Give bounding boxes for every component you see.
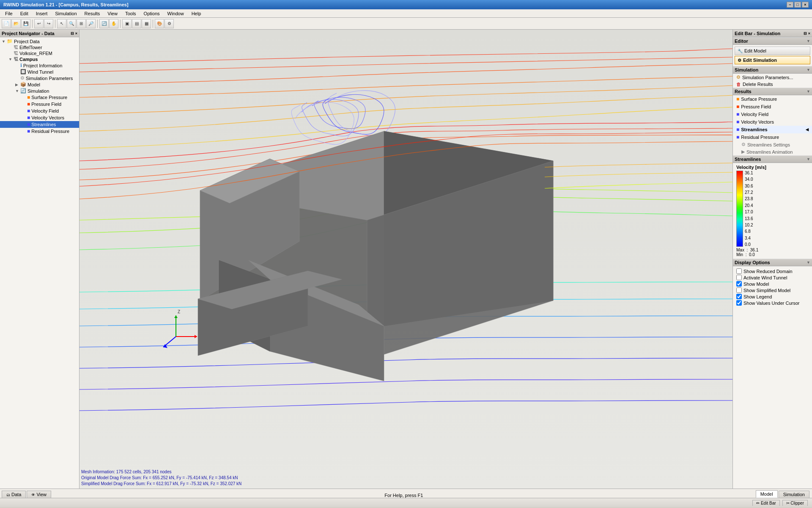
toolbar-open[interactable]: 📂: [11, 19, 21, 28]
expand-icon: [22, 95, 27, 99]
minimize-button[interactable]: −: [787, 2, 793, 8]
toolbar-select[interactable]: ↖: [57, 19, 66, 28]
toolbar-rotate[interactable]: 🔄: [99, 19, 109, 28]
left-panel-controls[interactable]: ⊟ ×: [71, 31, 77, 36]
result-velocity-field[interactable]: ■ Velocity Field: [733, 110, 812, 118]
delete-results-button[interactable]: 🗑 Delete Results: [733, 81, 812, 88]
show-reduced-domain-opt[interactable]: Show Reduced Domain: [736, 268, 809, 274]
tree-sim-params[interactable]: ⚙ Simulation Parameters: [0, 75, 79, 81]
toolbar-zoom-out[interactable]: 🔎: [86, 19, 96, 28]
viewport[interactable]: Wind Tunnel Dimensions: Dx = 599.915 m, …: [80, 30, 732, 489]
streamlines-settings-button[interactable]: ⚙ Streamlines Settings: [733, 141, 812, 148]
model3d-icon: 📦: [20, 82, 26, 87]
tree-label: Wind Tunnel: [27, 69, 53, 75]
edit-bar-label: Edit Bar: [761, 501, 776, 505]
info-icon: ℹ: [20, 63, 22, 68]
delete-icon: 🗑: [736, 82, 741, 87]
title-bar-controls[interactable]: − □ ×: [787, 2, 809, 8]
toolbar-pan[interactable]: ✋: [109, 19, 118, 28]
show-legend-label: Show Legend: [743, 294, 772, 299]
toolbar-view-3d[interactable]: ▦: [142, 19, 151, 28]
result-pressure-field[interactable]: ■ Pressure Field: [733, 103, 812, 110]
show-values-cb[interactable]: [736, 300, 742, 306]
tree-residual-pressure[interactable]: ■ Residual Pressure: [0, 128, 79, 135]
title-bar: RWIND Simulation 1.21 - [Campus, Results…: [0, 0, 812, 9]
edit-model-button[interactable]: 🔧 Edit Model: [735, 47, 810, 55]
activate-wind-tunnel-cb[interactable]: [736, 275, 742, 280]
tab-data[interactable]: 🗂 Data: [2, 491, 26, 498]
toolbar-view-top[interactable]: ▤: [132, 19, 141, 28]
sim-params-button[interactable]: ⚙ Simulation Parameters...: [733, 74, 812, 81]
tree-simulation[interactable]: ▼ 🔄 Simulation: [0, 88, 79, 94]
edit-bar-tab[interactable]: ✏ Edit Bar: [752, 500, 779, 506]
menu-results[interactable]: Results: [81, 10, 104, 17]
restore-button[interactable]: □: [794, 2, 801, 8]
tab-model[interactable]: Model: [756, 490, 778, 498]
show-model-label: Show Model: [743, 282, 769, 287]
show-model-opt[interactable]: Show Model: [736, 281, 809, 287]
tree-campus[interactable]: ▼ 🏗 Campus: [0, 56, 79, 62]
editor-section-header[interactable]: Editor ▼: [733, 37, 812, 45]
result-residual-pressure[interactable]: ■ Residual Pressure: [733, 133, 812, 141]
tree-velocity-vectors[interactable]: ■ Velocity Vectors: [0, 114, 79, 121]
toolbar-new[interactable]: 📄: [2, 19, 11, 28]
toolbar-undo[interactable]: ↩: [34, 19, 44, 28]
tree-project-info[interactable]: ℹ Project Information: [0, 62, 79, 69]
toolbar-zoom-in[interactable]: 🔍: [67, 19, 76, 28]
tree-project-data[interactable]: ▼ 📁 Project Data: [0, 38, 79, 44]
tree-eiffeltower[interactable]: 🏗 EiffelTower: [0, 44, 79, 50]
tree-wind-tunnel[interactable]: 🔲 Wind Tunnel: [0, 69, 79, 75]
toolbar-settings[interactable]: ⚙: [165, 19, 174, 28]
menu-edit[interactable]: Edit: [17, 10, 32, 17]
tree-pressure-field[interactable]: ■ Pressure Field: [0, 101, 79, 108]
right-panel-controls[interactable]: ⊟ ×: [804, 31, 810, 36]
toolbar-view-front[interactable]: ▣: [122, 19, 132, 28]
tree-velocity-field[interactable]: ■ Velocity Field: [0, 108, 79, 114]
tb-sep-2: [55, 19, 55, 28]
res-press-icon: ■: [736, 134, 739, 140]
menu-options[interactable]: Options: [140, 10, 163, 17]
bottom-tabs: 🗂 Data 👁 View For Help, press F1 Model S…: [0, 489, 812, 498]
result-velocity-vectors[interactable]: ■ Velocity Vectors: [733, 118, 812, 126]
streamlines-section-header[interactable]: Streamlines ▼: [733, 155, 812, 163]
folder-icon: 📁: [7, 39, 13, 44]
show-legend-cb[interactable]: [736, 294, 742, 299]
tab-view[interactable]: 👁 View: [27, 491, 51, 498]
legend-val-8: 10.2: [745, 223, 753, 227]
activate-wind-tunnel-opt[interactable]: Activate Wind Tunnel: [736, 274, 809, 281]
menu-view[interactable]: View: [104, 10, 121, 17]
simulation-section-header[interactable]: Simulation ▼: [733, 66, 812, 74]
show-simplified-model-opt[interactable]: Show Simplified Model: [736, 287, 809, 293]
vel-vec-icon: ■: [736, 119, 739, 125]
toolbar-redo[interactable]: ↪: [44, 19, 53, 28]
menu-simulation[interactable]: Simulation: [52, 10, 80, 17]
close-button[interactable]: ×: [802, 2, 809, 8]
tree-model[interactable]: ▶ 📦 Model: [0, 81, 79, 88]
menu-help[interactable]: Help: [188, 10, 205, 17]
show-legend-opt[interactable]: Show Legend: [736, 293, 809, 300]
results-section-header[interactable]: Results ▼: [733, 88, 812, 95]
result-surface-pressure[interactable]: ■ Surface Pressure: [733, 95, 812, 103]
toolbar-zoom-all[interactable]: ⊞: [77, 19, 86, 28]
menu-insert[interactable]: Insert: [33, 10, 51, 17]
toolbar-render[interactable]: 🎨: [155, 19, 164, 28]
menu-window[interactable]: Window: [164, 10, 187, 17]
tree-volksice[interactable]: 🏗 Volksice_RFEM: [0, 50, 79, 56]
model-icon: 🏗: [14, 45, 18, 50]
toolbar-save[interactable]: 💾: [21, 19, 30, 28]
tree-surface-pressure[interactable]: ■ Surface Pressure: [0, 94, 79, 101]
tab-simulation[interactable]: Simulation: [779, 491, 809, 498]
streamlines-animation-button[interactable]: ▶ Streamlines Animation: [733, 148, 812, 155]
show-values-under-cursor-opt[interactable]: Show Values Under Cursor: [736, 300, 809, 306]
display-options-header[interactable]: Display Options ▼: [733, 259, 812, 266]
edit-simulation-button[interactable]: ⚙ Edit Simulation: [735, 56, 810, 64]
tree-label: EiffelTower: [19, 45, 42, 50]
show-simplified-model-cb[interactable]: [736, 287, 742, 293]
menu-tools[interactable]: Tools: [122, 10, 140, 17]
tree-streamlines[interactable]: ■ Streamlines: [0, 121, 79, 128]
clipper-tab[interactable]: ✂ Clipper: [782, 500, 808, 506]
result-streamlines[interactable]: ■ Streamlines ◀: [733, 126, 812, 133]
menu-file[interactable]: File: [2, 10, 16, 17]
show-reduced-domain-cb[interactable]: [736, 268, 742, 274]
show-model-cb[interactable]: [736, 281, 742, 287]
